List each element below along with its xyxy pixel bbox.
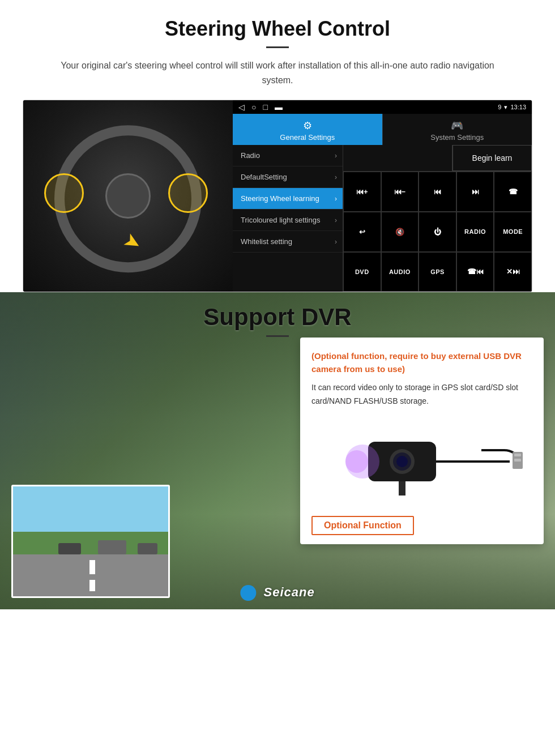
dvr-description: It can record video only to storage in G… [311,381,532,408]
dvr-screenshot-inset [11,485,170,598]
control-button-grid: ⏮+ ⏮− ⏮ ⏭ ☎ ↩ 🔇 ⏻ RADIO MODE DVD AUDIO G… [343,172,532,292]
left-button-highlight [44,173,84,213]
seicane-brand: Seicane [263,585,314,599]
prev-icon: ⏮ [434,187,441,196]
android-ui-panel: ◁ ○ □ ▬ 9 ▾ 13:13 ⚙ General Settings [233,100,532,292]
menu-item-default-setting[interactable]: DefaultSetting › [233,166,343,188]
begin-learn-row: Begin learn [343,145,532,172]
steering-wheel-section: Steering Wheel Control Your original car… [0,0,555,292]
svg-point-9 [345,450,368,473]
menu-item-steering-wheel[interactable]: Steering Wheel learning › [233,188,343,210]
ctrl-radio[interactable]: RADIO [456,212,494,252]
ctrl-phone[interactable]: ☎ [494,172,532,212]
optional-function-badge: Optional Function [311,514,532,535]
tab-general-settings[interactable]: ⚙ General Settings [233,114,382,145]
back-icon[interactable]: ◁ [238,102,245,112]
power-icon: ⏻ [434,228,441,236]
status-icons: 9 ▾ 13:13 [498,104,526,111]
svg-rect-6 [514,454,521,456]
svg-point-3 [396,456,408,467]
ctrl-mute[interactable]: 🔇 [381,212,419,252]
dvr-title-area: Support DVR [0,304,555,337]
radio-label: RADIO [464,228,486,235]
hangup-icon: ↩ [359,228,365,236]
title-divider [266,46,289,48]
dvr-optional-text: (Optional function, require to buy exter… [311,350,532,375]
signal-icon: 9 [498,104,501,110]
tab-system-label: System Settings [430,133,484,142]
seicane-watermark: Seicane [240,585,314,601]
dvd-label: DVD [355,268,369,275]
gps-label: GPS [430,268,445,275]
dvr-info-card: (Optional function, require to buy exter… [300,338,544,544]
steering-wheel-photo: ➤ [23,100,233,292]
close-next-icon: ✕⏭ [506,267,520,276]
vol-down-icon: ⏮− [394,187,406,196]
dvr-camera-illustration [311,416,532,507]
svg-rect-16 [58,543,81,554]
recents-icon[interactable]: □ [263,102,267,112]
menu-item-whitelist[interactable]: Whitelist setting › [233,231,343,253]
dvr-title-divider [266,335,289,337]
svg-rect-18 [138,543,157,554]
chevron-icon: › [335,216,337,224]
controls-area: Begin learn ⏮+ ⏮− ⏮ ⏭ ☎ ↩ 🔇 ⏻ RADIO MODE… [343,145,532,292]
svg-rect-17 [98,540,126,554]
status-bar: ◁ ○ □ ▬ 9 ▾ 13:13 [233,100,532,114]
svg-rect-10 [13,486,170,532]
menu-tricoloured-label: Tricoloured light settings [241,216,320,224]
audio-label: AUDIO [389,268,411,275]
ctrl-phone-prev[interactable]: ☎⏮ [456,252,494,292]
section-subtitle: Your original car's steering wheel contr… [45,58,510,87]
road-scene-svg [13,486,170,598]
ctrl-hangup[interactable]: ↩ [343,212,381,252]
svg-rect-4 [399,481,405,496]
phone-prev-icon: ☎⏮ [467,267,484,276]
dvr-camera-svg [317,419,527,504]
ctrl-close-next[interactable]: ✕⏭ [494,252,532,292]
steering-wheel-hub [105,173,151,219]
chevron-icon: › [335,238,337,246]
menu-whitelist-label: Whitelist setting [241,237,292,246]
svg-rect-14 [89,560,95,574]
menu-item-tricoloured[interactable]: Tricoloured light settings › [233,210,343,231]
ctrl-power[interactable]: ⏻ [419,212,456,252]
svg-rect-15 [89,580,95,591]
tab-general-label: General Settings [280,133,335,142]
chevron-icon: › [335,152,337,160]
ctrl-vol-down[interactable]: ⏮− [381,172,419,212]
menu-default-label: DefaultSetting [241,173,287,181]
panel-body: Radio › DefaultSetting › Steering Wheel … [233,145,532,292]
chevron-icon: › [335,173,337,181]
nav-icons: ◁ ○ □ ▬ [238,102,283,112]
begin-learn-button[interactable]: Begin learn [452,145,532,171]
menu-steering-label: Steering Wheel learning [241,194,319,203]
dvr-title: Support DVR [0,304,555,331]
time-display: 13:13 [510,104,526,110]
ctrl-dvd[interactable]: DVD [343,252,381,292]
ctrl-audio[interactable]: AUDIO [381,252,419,292]
mute-icon: 🔇 [395,228,404,236]
ctrl-next[interactable]: ⏭ [456,172,494,212]
menu-icon[interactable]: ▬ [275,102,283,112]
next-icon: ⏭ [472,187,479,196]
steering-demo-area: ➤ ◁ ○ □ ▬ 9 ▾ 13:13 [23,100,532,292]
tab-bar: ⚙ General Settings 🎮 System Settings [233,114,532,145]
ctrl-mode[interactable]: MODE [494,212,532,252]
system-icon: 🎮 [386,119,530,132]
home-icon[interactable]: ○ [251,102,256,112]
ctrl-vol-up[interactable]: ⏮+ [343,172,381,212]
tab-system-settings[interactable]: 🎮 System Settings [382,114,532,145]
key-placeholder [343,145,452,171]
svg-rect-7 [514,459,521,462]
mode-label: MODE [503,228,523,235]
right-button-highlight [168,173,208,213]
dvr-background: Support DVR (Optional function, require … [0,292,555,609]
phone-icon: ☎ [509,187,518,196]
wifi-icon: ▾ [504,104,507,111]
support-dvr-section: Support DVR (Optional function, require … [0,292,555,609]
ctrl-gps[interactable]: GPS [419,252,456,292]
menu-item-radio[interactable]: Radio › [233,145,343,166]
menu-radio-label: Radio [241,151,260,160]
ctrl-prev[interactable]: ⏮ [419,172,456,212]
